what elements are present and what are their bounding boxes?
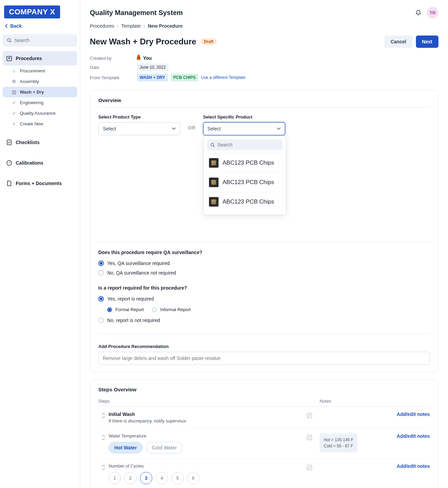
qa-no-radio[interactable]: No, QA surveillance not required xyxy=(98,268,430,278)
dropdown-option[interactable]: ABC123 PCB Chips xyxy=(207,172,283,192)
sidebar-item-forms[interactable]: Forms + Documents xyxy=(3,176,77,191)
sidebar-sub-assembly[interactable]: ⚙Assembly xyxy=(3,76,77,87)
specific-product-select[interactable]: Select xyxy=(203,122,285,135)
radio-icon xyxy=(98,318,104,323)
qa-icon: ✓ xyxy=(12,111,16,116)
svg-rect-10 xyxy=(307,413,312,418)
edit-step-button[interactable] xyxy=(307,412,316,418)
wash-icon: ◫ xyxy=(12,90,16,95)
select-value: Select xyxy=(208,126,221,131)
change-template-link[interactable]: Use a different Template xyxy=(201,75,246,80)
radio-label: No, QA surveillance not required xyxy=(107,270,176,276)
dropdown-option[interactable]: ABC123 PCB Chips xyxy=(207,192,283,211)
product-dropdown: Search ABC123 PCB Chips ABC123 PCB Chips xyxy=(203,136,286,215)
cart-icon: ⌂ xyxy=(12,69,16,73)
radio-label: Yes, report is required xyxy=(107,296,154,302)
radio-label: Yes, QA surveillance required xyxy=(107,261,170,266)
date-value: June 10, 2022 xyxy=(137,64,168,71)
step-row: Initial Wash If there is discrepancy, no… xyxy=(98,407,430,429)
sidebar-item-label: Calibrations xyxy=(16,160,43,166)
step-row: Water Temperature Hot Water Cold Water H… xyxy=(98,429,430,459)
note-line: Cold = 55 - 67 F xyxy=(324,443,353,449)
cycle-2[interactable]: 2 xyxy=(124,472,137,484)
product-type-select[interactable]: Select xyxy=(98,122,180,135)
breadcrumb-item[interactable]: Template xyxy=(121,23,141,29)
next-button[interactable]: Next xyxy=(416,36,438,48)
dropdown-search[interactable]: Search xyxy=(207,139,283,150)
created-by-value: You xyxy=(143,55,152,61)
chevron-right-icon: › xyxy=(117,23,119,29)
procedures-icon xyxy=(6,55,12,61)
drag-handle[interactable] xyxy=(98,463,109,470)
cycle-5[interactable]: 5 xyxy=(171,472,184,484)
step-name: Number of Cycles xyxy=(109,463,307,469)
svg-line-7 xyxy=(9,162,10,163)
user-icon xyxy=(137,56,140,60)
drag-handle[interactable] xyxy=(98,412,109,418)
add-notes-link[interactable]: Add/edit notes xyxy=(397,412,430,417)
report-yes-radio[interactable]: Yes, report is required xyxy=(98,294,430,304)
drag-handle[interactable] xyxy=(98,433,109,440)
dropdown-option[interactable]: ABC123 PCB Chips xyxy=(207,153,283,172)
add-notes-link[interactable]: Add/edit notes xyxy=(397,433,430,439)
sidebar-sub-wash-dry[interactable]: ◫Wash + Dry xyxy=(3,87,77,97)
overview-title: Overview xyxy=(98,97,430,103)
dropdown-search-placeholder: Search xyxy=(218,142,233,148)
report-no-radio[interactable]: No, report is not required xyxy=(98,316,430,325)
status-badge: Draft xyxy=(200,38,217,45)
divider xyxy=(98,333,430,334)
cycle-1[interactable]: 1 xyxy=(109,472,121,484)
edit-step-button[interactable] xyxy=(307,433,316,440)
breadcrumb-item[interactable]: Procedures xyxy=(90,23,114,29)
page-title: Quality Management System xyxy=(90,9,183,17)
document-icon xyxy=(6,180,12,186)
drag-icon xyxy=(101,435,106,440)
svg-rect-12 xyxy=(307,465,312,470)
template-label: From Template xyxy=(90,75,134,80)
edit-icon xyxy=(307,465,312,470)
plus-icon: + xyxy=(12,122,16,126)
sidebar-sub-create-new[interactable]: +Create New xyxy=(3,118,77,129)
chevron-right-icon: › xyxy=(143,23,145,29)
avatar[interactable]: TR xyxy=(427,7,438,18)
radio-label: Formal Report xyxy=(115,307,144,312)
report-formal-radio[interactable]: Formal Report xyxy=(107,305,144,314)
sidebar-sub-label: Assembly xyxy=(20,79,39,84)
cancel-button[interactable]: Cancel xyxy=(384,36,412,48)
recommendation-input[interactable] xyxy=(98,352,430,365)
add-notes-link[interactable]: Add/edit notes xyxy=(397,463,430,469)
back-link[interactable]: Back xyxy=(3,20,77,32)
edit-step-button[interactable] xyxy=(307,463,316,470)
col-notes-header: Notes xyxy=(316,399,430,404)
step-name: Initial Wash xyxy=(109,412,307,417)
sidebar-sub-label: Wash + Dry xyxy=(20,89,44,95)
cycle-6[interactable]: 6 xyxy=(187,472,199,484)
sidebar-item-procedures[interactable]: Procedures xyxy=(3,51,77,66)
sidebar-sub-label: Procurement xyxy=(20,68,45,73)
sidebar-item-label: Forms + Documents xyxy=(16,181,62,186)
cycle-3[interactable]: 3 xyxy=(140,472,152,484)
option-hot-water[interactable]: Hot Water xyxy=(109,442,143,454)
report-informal-radio[interactable]: Informal Report xyxy=(152,305,191,314)
edit-icon xyxy=(307,435,312,440)
bell-icon[interactable] xyxy=(415,10,421,16)
sidebar-sub-qa[interactable]: ✓Quality Assurance xyxy=(3,108,77,118)
sidebar-item-checklists[interactable]: Checklists xyxy=(3,135,77,150)
sidebar-sub-engineering[interactable]: ✓Engineering xyxy=(3,97,77,108)
search-icon xyxy=(210,143,215,147)
radio-icon xyxy=(98,270,104,276)
option-cold-water[interactable]: Cold Water xyxy=(146,442,183,454)
sidebar-sub-label: Create New xyxy=(20,121,43,126)
select-value: Select xyxy=(103,126,116,131)
radio-icon xyxy=(152,307,157,312)
sidebar-sub-procurement[interactable]: ⌂Procurement xyxy=(3,66,77,76)
recommendation-label: Add Procedure Recommendation xyxy=(98,344,430,349)
sidebar-item-label: Checklists xyxy=(16,140,40,145)
sidebar-item-calibrations[interactable]: Calibrations xyxy=(3,156,77,170)
cycle-4[interactable]: 4 xyxy=(156,472,168,484)
notes-box: Hot = 135-145 F Cold = 55 - 67 F xyxy=(320,433,358,452)
sidebar-search[interactable]: Search xyxy=(3,34,77,46)
sidebar-item-label: Procedures xyxy=(16,56,42,61)
qa-yes-radio[interactable]: Yes, QA surveillance required xyxy=(98,259,430,268)
dropdown-option-label: ABC123 PCB Chips xyxy=(223,198,274,205)
